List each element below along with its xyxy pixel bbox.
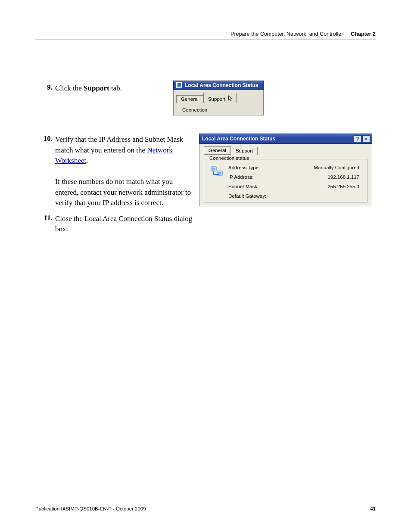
tab-support[interactable]: Support [203,93,237,103]
value-subnet-mask: 255.255.255.0 [289,184,359,189]
tab2-general[interactable]: General [204,146,231,155]
step-11-text: Close the Local Area Connection Status d… [55,214,193,235]
network-status-titlebar-icon [176,82,182,88]
header-chapter: Chapter 2 [351,31,376,37]
connection-group-label: Connection [176,107,261,115]
step-11-body: Close the Local Area Connection Status d… [55,214,199,235]
step-10-row: 10. Verify that the IP Address and Subne… [35,134,376,208]
publication-id: Publication IASIMP-QS010B-EN-P - October… [35,506,146,511]
dialog-titlebar: Local Area Connection Status [173,81,264,90]
tab-strip: General Support Connection [173,90,264,115]
tab2-support[interactable]: Support [231,147,258,155]
step-10-para2: If these numbers do not match what you e… [55,177,193,208]
svg-rect-1 [212,168,215,170]
step-10-body: Verify that the IP Address and Subnet Ma… [55,134,199,208]
value-ip-address: 192.168.1.117 [289,174,359,180]
mouse-cursor-icon [228,95,233,102]
step-11-number: 11. [35,214,55,222]
screenshot-2: Local Area Connection Status ? × General… [199,134,372,206]
dialog2-body: General Support Connection status [199,144,372,206]
close-button[interactable]: × [362,135,370,142]
page-header: Prepare the Computer, Network, and Contr… [35,31,376,40]
dialog-title: Local Area Connection Status [185,82,258,88]
step-9-text-pre: Click the [55,84,84,92]
label-subnet-mask: Subnet Mask: [228,184,289,189]
step-9-body: Click the Support tab. [55,83,173,94]
tab-general[interactable]: General [176,95,203,103]
network-icon [210,165,224,179]
screenshot-1: Local Area Connection Status General Sup… [173,81,264,115]
connection-status-group: Connection status Address Type: [204,159,367,202]
step-9-number: 9. [35,83,55,92]
help-button[interactable]: ? [354,135,361,142]
header-section-title: Prepare the Computer, Network, and Contr… [230,31,343,37]
label-address-type: Address Type: [228,165,289,170]
dialog2-title: Local Area Connection Status [202,136,275,142]
value-address-type: Manually Configured [289,165,359,170]
step-9-text-post: tab. [109,84,122,92]
page-number: 41 [370,506,376,511]
step-10-number: 10. [35,134,55,143]
group-legend: Connection status [208,156,251,161]
label-default-gateway: Default Gateway: [228,193,289,199]
step-11-row: 11. Close the Local Area Connection Stat… [35,214,376,235]
dialog2-titlebar: Local Area Connection Status ? × [199,134,372,144]
step-10-line1b: . [86,156,88,165]
step-9-row: 9. Click the Support tab. Local Area Con… [35,83,376,115]
step-9-text-bold: Support [84,84,109,92]
page-footer: Publication IASIMP-QS010B-EN-P - October… [35,506,376,511]
tab-support-label: Support [208,96,225,102]
label-ip-address: IP Address: [228,174,289,180]
